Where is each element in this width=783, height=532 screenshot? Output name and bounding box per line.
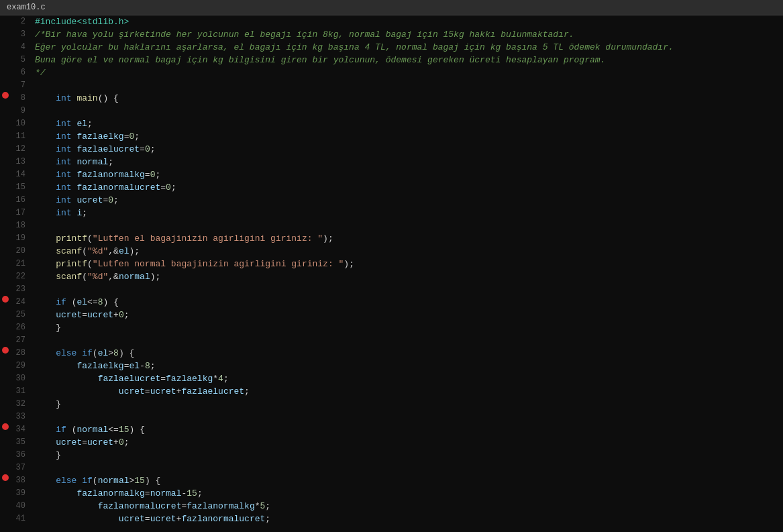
breakpoint-dot (2, 347, 9, 354)
code-text: int i; (32, 207, 783, 219)
code-line: 31 ucret=ucret+fazlaelucret; (0, 385, 783, 398)
line-number: 20 (11, 245, 32, 258)
line-number: 37 (11, 462, 32, 474)
code-line: 26 } (0, 321, 783, 334)
code-line: 36 } (0, 449, 783, 462)
code-text: fazlaelkg=el-8; (32, 360, 783, 372)
code-line: 8 int main() { (0, 92, 783, 105)
code-text: Buna göre el ve normal bagaj için kg bil… (32, 54, 783, 66)
code-text: #include<stdlib.h> (32, 15, 783, 28)
code-line: 5Buna göre el ve normal bagaj için kg bi… (0, 54, 783, 66)
line-number: 16 (11, 194, 32, 207)
breakpoint-area[interactable] (0, 474, 11, 481)
code-text: */ (32, 66, 783, 79)
code-text: printf("Lutfen normal bagajinizin agirli… (32, 258, 783, 270)
breakpoint-dot (2, 423, 9, 430)
line-number: 10 (11, 117, 32, 130)
code-line: 28 else if(el>8) { (0, 347, 783, 360)
code-line: 9 (0, 105, 783, 117)
breakpoint-area[interactable] (0, 296, 11, 303)
code-text: ucret=ucret+fazlanormalucret; (32, 513, 783, 525)
code-line: 33 (0, 411, 783, 423)
line-number: 12 (11, 143, 32, 156)
file-title: exam10.c (7, 3, 46, 12)
line-number: 34 (11, 423, 32, 436)
code-text: if (normal<=15) { (32, 423, 783, 436)
line-number: 8 (11, 92, 32, 105)
code-line: 40 fazlanormalucret=fazlanormalkg*5; (0, 500, 783, 513)
code-text: else if(el>8) { (32, 347, 783, 360)
code-line: 21 printf("Lutfen normal bagajinizin agi… (0, 258, 783, 270)
code-line: 4Eğer yolcular bu haklarını aşarlarsa, e… (0, 41, 783, 54)
code-line: 38 else if(normal>15) { (0, 474, 783, 487)
code-text: int fazlaelkg=0; (32, 130, 783, 143)
code-line: 12 int fazlaelucret=0; (0, 143, 783, 156)
line-number: 17 (11, 207, 32, 219)
line-number: 13 (11, 156, 32, 168)
code-line: 30 fazlaelucret=fazlaelkg*4; (0, 372, 783, 385)
code-text: int fazlaelucret=0; (32, 143, 783, 156)
code-line: 10 int el; (0, 117, 783, 130)
code-line: 3/*Bir hava yolu şirketinde her yolcunun… (0, 28, 783, 41)
line-number: 36 (11, 449, 32, 462)
breakpoint-area[interactable] (0, 347, 11, 354)
code-line: 15 int fazlanormalucret=0; (0, 181, 783, 194)
code-text: if (el<=8) { (32, 296, 783, 309)
code-line: 37 (0, 462, 783, 474)
editor[interactable]: 2#include<stdlib.h>3/*Bir hava yolu şirk… (0, 15, 783, 532)
code-line: 20 scanf("%d",&el); (0, 245, 783, 258)
line-number: 39 (11, 487, 32, 500)
line-number: 3 (11, 28, 32, 41)
code-text: int main() { (32, 92, 783, 105)
code-text: printf("Lutfen el bagajinizin agirligini… (32, 232, 783, 245)
code-text: int ucret=0; (32, 194, 783, 207)
line-number: 18 (11, 219, 32, 232)
code-text: else if(normal>15) { (32, 474, 783, 487)
code-line: 11 int fazlaelkg=0; (0, 130, 783, 143)
code-text: int fazlanormalkg=0; (32, 168, 783, 181)
code-line: 19 printf("Lutfen el bagajinizin agirlig… (0, 232, 783, 245)
line-number: 19 (11, 232, 32, 245)
code-line: 18 (0, 219, 783, 232)
line-number: 21 (11, 258, 32, 270)
breakpoint-area[interactable] (0, 423, 11, 430)
line-number: 5 (11, 54, 32, 66)
code-text: ucret=ucret+0; (32, 309, 783, 321)
code-line: 35 ucret=ucret+0; (0, 436, 783, 449)
breakpoint-dot (2, 474, 9, 481)
line-number: 33 (11, 411, 32, 423)
line-number: 15 (11, 181, 32, 194)
breakpoint-dot (2, 296, 9, 303)
line-number: 31 (11, 385, 32, 398)
code-line: 23 (0, 283, 783, 296)
breakpoint-area[interactable] (0, 92, 11, 99)
line-number: 24 (11, 296, 32, 309)
code-text: scanf("%d",&normal); (32, 270, 783, 283)
line-number: 32 (11, 398, 32, 411)
code-text: ucret=ucret+0; (32, 436, 783, 449)
code-line: 7 (0, 79, 783, 92)
line-number: 9 (11, 105, 32, 117)
breakpoint-dot (2, 92, 9, 99)
code-text: } (32, 449, 783, 462)
line-number: 29 (11, 360, 32, 372)
line-number: 35 (11, 436, 32, 449)
title-bar: exam10.c (0, 0, 783, 15)
code-line: 14 int fazlanormalkg=0; (0, 168, 783, 181)
code-text: ucret=ucret+fazlaelucret; (32, 385, 783, 398)
code-text: fazlanormalkg=normal-15; (32, 487, 783, 500)
code-line: 24 if (el<=8) { (0, 296, 783, 309)
line-number: 6 (11, 66, 32, 79)
code-line: 34 if (normal<=15) { (0, 423, 783, 436)
code-line: 41 ucret=ucret+fazlanormalucret; (0, 513, 783, 525)
code-line: 32 } (0, 398, 783, 411)
code-line: 22 scanf("%d",&normal); (0, 270, 783, 283)
code-text: int normal; (32, 156, 783, 168)
line-number: 38 (11, 474, 32, 487)
code-line: 17 int i; (0, 207, 783, 219)
code-text: int fazlanormalucret=0; (32, 181, 783, 194)
line-number: 28 (11, 347, 32, 360)
code-line: 16 int ucret=0; (0, 194, 783, 207)
line-number: 30 (11, 372, 32, 385)
code-text: Eğer yolcular bu haklarını aşarlarsa, el… (32, 41, 783, 54)
